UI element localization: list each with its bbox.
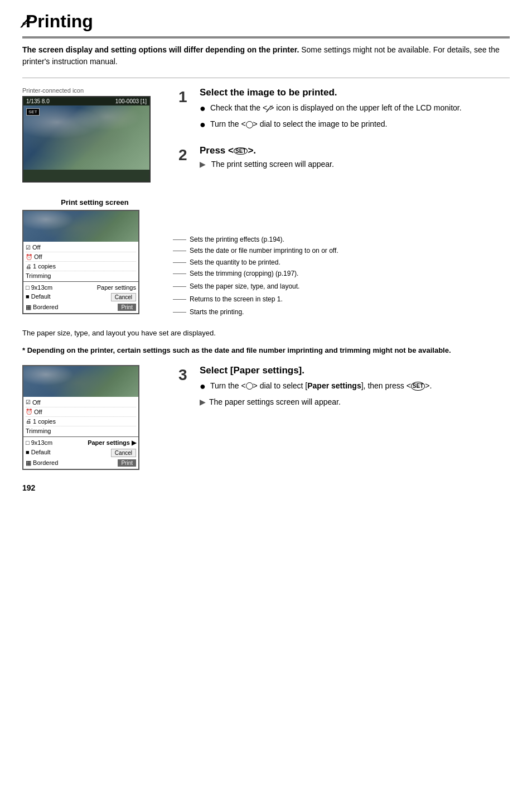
step-3-bullet-2: ▶ The paper settings screen will appear. [200,397,509,408]
cancel-button-mock-2: Cancel [111,449,136,457]
print-annotations: —— Sets the printing effects (p.194). ——… [173,198,510,319]
step-3-header-row: 3 Select [Paper settings]. ● Turn the <>… [178,365,510,411]
print-button-mock: Print [118,304,136,311]
copies-icon: 🖨 [26,263,31,270]
date-icon-2: ⏰ [26,409,32,415]
paper-settings-btn-2: Paper settings ▶ [88,439,136,447]
arrow-icon-1: ▶ [200,160,206,169]
print-row-date-left: ⏰ Off [26,253,42,260]
print-screen-image [23,211,138,242]
print-setting-label: Print setting screen [22,198,167,207]
default-left: ■ Default [26,293,51,301]
copies-icon-2: 🖨 [26,418,31,424]
bordered-left-2: ▦ Bordered [26,459,58,467]
copies-value: 1 copies [33,263,56,270]
step-1-number: 1 [178,88,194,106]
step-2-header-row: 2 Press <SET>. ▶ The print setting scree… [178,145,510,169]
date-value: Off [34,253,42,260]
print-row-trimming-left: Trimming [26,272,51,279]
annotation-print: —— Starts the printing. [173,308,510,317]
step-2-number: 2 [178,146,194,164]
print-screen-image-2 [23,366,138,397]
dash-2: —— [173,246,186,256]
lcd-top-bar: 1/135 8.0 100-0003 [1] [23,97,149,105]
effects-value-2: Off [32,399,40,406]
bullet-icon-1: ● [200,102,206,116]
print-button-mock-2: Print [118,459,136,467]
annotation-paper-text: Sets the paper size, type, and layout. [190,282,299,291]
print-bottom-row-1: □ 9x13cm Paper settings [26,283,136,292]
print-row-date: ⏰ Off [26,252,136,262]
date-icon: ⏰ [26,254,32,260]
page-title: Printing [26,11,93,32]
step-1-bullet-1-text: Check that the <𝒻> icon is displayed on … [210,103,462,114]
page-number: 192 [22,483,510,492]
print-image-clouds [23,211,138,242]
step-2-text: Press <SET>. ▶ The print setting screen … [200,145,509,169]
step-1-bullet-1: ● Check that the <𝒻> icon is displayed o… [200,103,509,116]
bullet-icon-2: ● [200,118,206,132]
bullet-icon-3: ● [200,380,206,393]
step-1-bullet-2-text: Turn the <> dial to select the image to … [210,119,388,130]
step-3-image: ☑ Off ⏰ Off 🖨 1 copies [22,365,167,470]
print-row-date-left-2: ⏰ Off [26,409,42,415]
annotation-trimming-text: Sets the trimming (cropping) (p.197). [190,269,298,279]
print-row-copies-2: 🖨 1 copies [26,417,136,426]
print-screen-left: Print setting screen ☑ Off ⏰ Off [22,198,167,314]
effects-icon: ☑ [26,244,31,251]
print-setting-section: Print setting screen ☑ Off ⏰ Off [22,198,510,319]
lcd-exposure: 1/135 8.0 [26,98,50,104]
annotation-cancel: —— Returns to the screen in step 1. [173,295,510,304]
lcd-screen: 1/135 8.0 100-0003 [1] SET [22,96,151,183]
annotation-date-text: Sets the date or file number imprinting … [190,246,338,256]
lcd-set-badge: SET [26,108,40,116]
print-bottom-row-1b: □ 9x13cm Paper settings ▶ [26,438,136,448]
bordered-left: ▦ Bordered [26,304,58,311]
arrow-icon-2: ▶ [200,397,206,408]
date-value-2: Off [34,409,42,415]
print-row-effects-2: ☑ Off [26,398,136,407]
step-3-result-text: The paper settings screen will appear. [209,397,341,408]
step-1-heading: Select the image to be printed. [200,87,509,98]
print-bottom-row-2b: ■ Default Cancel [26,448,136,458]
annotation-copies: —— Sets the quantity to be printed. [173,258,510,267]
step-1-content: 1 Select the image to be printed. ● Chec… [178,87,510,173]
print-row-copies: 🖨 1 copies [26,262,136,271]
copies-value-2: 1 copies [33,418,56,425]
step-3-bullets: ● Turn the <> dial to select [Paper sett… [200,381,509,408]
print-row-date-2: ⏰ Off [26,407,136,417]
dash-3: —— [173,258,186,267]
paper-size-left: □ 9x13cm [26,284,52,291]
note-paper-size: The paper size, type, and layout you hav… [22,328,510,339]
annotation-cancel-text: Returns to the screen in step 1. [190,295,283,304]
print-image-clouds-2 [23,366,138,397]
print-screen-mock-2: ☑ Off ⏰ Off 🖨 1 copies [22,365,139,470]
print-screen-rows-2: ☑ Off ⏰ Off 🖨 1 copies [23,397,138,436]
step-2-arrow-text: ▶ The print setting screen will appear. [200,160,509,169]
print-screen-rows: ☑ Off ⏰ Off 🖨 1 copies [23,242,138,281]
default-left-2: ■ Default [26,449,51,457]
lcd-image-area: SET [23,105,149,170]
print-row-trimming-2: Trimming [26,426,136,435]
dash-5: —— [173,282,186,291]
print-bottom-row-3b: ▦ Bordered Print [26,458,136,468]
print-bottom-row-3: ▦ Bordered Print [26,303,136,312]
cancel-button-mock: Cancel [111,293,136,301]
paper-size-left-2: □ 9x13cm [26,439,52,447]
print-row-copies-left-2: 🖨 1 copies [26,418,56,425]
step-1-block: Printer-connected icon 1/135 8.0 100-000… [22,87,510,185]
page-title-bar: 𝒻 Printing [22,11,510,39]
step-3-bullet-1-text: Turn the <> dial to select [Paper settin… [210,381,432,392]
dash-6: —— [173,295,186,304]
set-icon-1: SET [234,147,248,155]
step-1-bullets: ● Check that the <𝒻> icon is displayed o… [200,103,509,132]
step-3-number: 3 [178,366,194,384]
annotation-copies-text: Sets the quantity to be printed. [190,258,280,267]
trimming-value-2: Trimming [26,428,51,434]
dash-1: —— [173,235,186,244]
step-3-heading: Select [Paper settings]. [200,365,509,376]
printer-icon-label: Printer-connected icon [22,87,167,94]
lcd-file: 100-0003 [1] [115,98,147,104]
step-1-header-row: 1 Select the image to be printed. ● Chec… [178,87,510,135]
step-3-bullet-1: ● Turn the <> dial to select [Paper sett… [200,381,509,393]
